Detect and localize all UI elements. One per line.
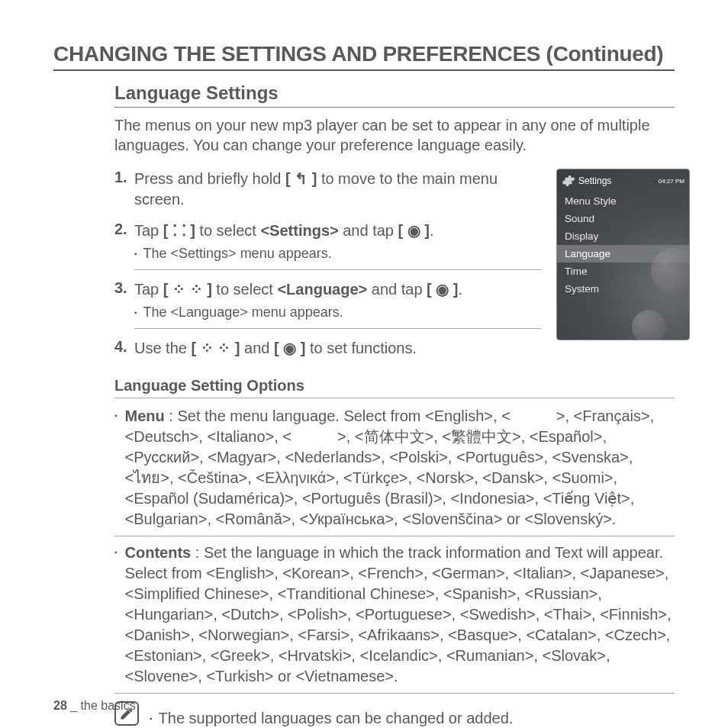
option-label: Menu [125,407,165,424]
step-text: to set functions. [305,340,417,356]
option-body: : Set the language in which the track in… [125,544,672,685]
directional-icon: [ ⁘ ⁘ ] [191,340,240,356]
device-menu-item: Display [557,227,689,245]
options-title: Language Setting Options [114,377,675,398]
step-3-sub: The <Language> menu appears. [134,304,542,329]
device-menu-item: Menu Style [557,192,689,210]
device-time: 04:27 PM [659,178,685,185]
footer-sep: _ [67,699,81,712]
note-text: The supported languages can be changed o… [159,710,514,726]
step-4: 4. Use the [ ⁘ ⁘ ] and [ ◉ ] to set func… [114,338,542,359]
step-num: 4. [114,338,134,359]
step-2-sub: The <Settings> menu appears. [134,246,542,270]
step-num: 1. [114,169,134,210]
page-title: CHANGING THE SETTINGS AND PREFERENCES (C… [53,42,675,71]
step-target: <Settings> [260,222,338,239]
step-text: Press and briefly hold [134,170,285,187]
step-2: 2. Tap [ ⁚ ⁚ ] to select <Settings> and … [114,221,542,241]
option-menu: Menu : Set the menu language. Select fro… [114,406,675,536]
step-text: and [240,340,273,356]
ok-icon: [ ◉ ] [398,222,430,239]
step-3: 3. Tap [ ⁘ ⁘ ] to select <Language> and … [114,279,542,300]
step-text: Tap [134,281,163,298]
gear-icon [562,174,575,188]
step-text: and tap [367,281,427,298]
step-target: <Language> [277,281,367,298]
step-text: . [459,281,463,298]
option-body: : Set the menu language. Select from <En… [125,407,655,527]
step-text: and tap [339,222,398,239]
directional-icon: [ ⁘ ⁘ ] [163,281,212,298]
option-contents: Contents : Set the language in which the… [114,543,675,694]
footer-section: the basics [81,699,136,712]
device-title: Settings [578,176,611,186]
step-text: to select [212,281,278,298]
step-text: Use the [134,340,191,356]
section-intro: The menus on your new mp3 player can be … [114,115,675,155]
section-title: Language Settings [114,82,675,108]
step-text: Tap [134,222,163,239]
directional-icon: [ ⁚ ⁚ ] [163,222,195,239]
device-screenshot: Settings 04:27 PM Menu Style Sound Displ… [556,169,690,340]
step-1: 1. Press and briefly hold [ ↰ ] to move … [114,169,542,210]
ok-icon: [ ◉ ] [427,281,458,298]
step-num: 2. [114,221,134,241]
step-num: 3. [114,279,134,300]
option-label: Contents [125,544,192,561]
step-text: . [430,222,434,239]
note: NOTE ▪The supported languages can be cha… [114,701,675,728]
step-text: to select [195,222,261,239]
ok-icon: [ ◉ ] [274,340,305,356]
back-icon: [ ↰ ] [285,170,317,187]
device-menu-item: Sound [557,210,689,227]
page-number: 28 [53,699,67,712]
page-footer: 28 _ the basics [53,699,136,713]
